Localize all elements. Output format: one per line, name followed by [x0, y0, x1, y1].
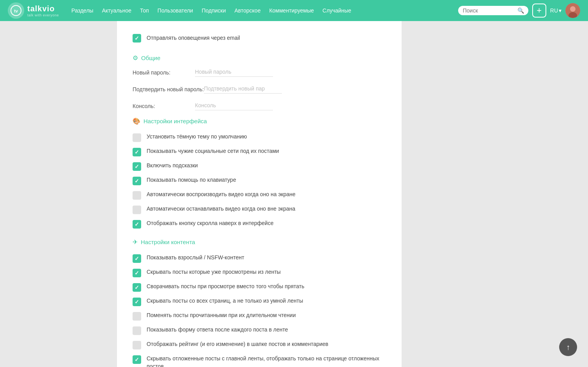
interface-checkbox-4[interactable]: [133, 191, 141, 200]
console-row: Консоль:: [133, 101, 386, 110]
interface-label-6: Отображать кнопку скролла наверх в интер…: [147, 220, 273, 227]
nav-aktualnoe[interactable]: Актуальное: [99, 6, 135, 15]
interface-checkbox-5[interactable]: [133, 206, 141, 214]
interface-label-0: Установить тёмную тему по умолчанию: [147, 133, 247, 141]
interface-setting-4: Автоматически воспроизводить видео когда…: [133, 188, 386, 202]
content-setting-1: Скрывать посты которые уже просмотрены и…: [133, 266, 386, 280]
email-notification-row: Отправлять оповещения через email: [133, 29, 386, 47]
header-right: 🔍 + RU ▾: [458, 3, 580, 18]
confirm-password-input[interactable]: [204, 84, 282, 94]
confirm-password-row: Подтвердить новый пароль:: [133, 84, 386, 94]
content-label-3: Скрывать посты со всех страниц, а не тол…: [147, 297, 303, 305]
lang-selector[interactable]: RU ▾: [550, 7, 561, 14]
email-notification-checkbox[interactable]: [133, 34, 141, 43]
interface-label-1: Показывать чужие социальные сети под их …: [147, 147, 279, 155]
interface-section-label: Настройки интерфейса: [143, 118, 207, 124]
content-checkbox-4[interactable]: [133, 312, 141, 321]
nav-top[interactable]: Топ: [137, 6, 152, 15]
content-checkbox-3[interactable]: [133, 298, 141, 306]
search-box: 🔍: [458, 6, 528, 15]
nav-avtorskoe[interactable]: Авторское: [231, 6, 264, 15]
content-label-1: Скрывать посты которые уже просмотрены и…: [147, 268, 281, 276]
right-spacer: [402, 21, 588, 367]
nav-podpiski[interactable]: Подписки: [198, 6, 229, 15]
interface-setting-0: Установить тёмную тему по умолчанию: [133, 130, 386, 145]
interface-setting-1: Показывать чужие социальные сети под их …: [133, 145, 386, 159]
page-wrapper: Отправлять оповещения через email ⚙ Общи…: [0, 0, 588, 367]
interface-setting-2: Включить подсказки: [133, 159, 386, 174]
interface-setting-3: Показывать помощь по клавиатуре: [133, 174, 386, 188]
new-password-input[interactable]: [195, 67, 273, 77]
interface-settings-list: Установить тёмную тему по умолчанию Пока…: [133, 130, 386, 231]
email-notification-label: Отправлять оповещения через email: [147, 34, 240, 42]
content-label-7: Скрывать отложенные посты с главной лент…: [147, 355, 386, 367]
content-label-0: Показывать взрослый / NSFW-контент: [147, 254, 244, 262]
logo-circle: tv: [8, 2, 24, 19]
content-section-label: Настройки контента: [141, 239, 195, 245]
content-setting-5: Показывать форму ответа после каждого по…: [133, 323, 386, 338]
palette-icon: 🎨: [133, 117, 140, 125]
header: tv talkvio talk with everyone Разделы Ак…: [0, 0, 588, 21]
content-checkbox-6[interactable]: [133, 341, 141, 349]
interface-checkbox-1[interactable]: [133, 148, 141, 156]
content-section-header: ✈ Настройки контента: [133, 238, 386, 246]
nav-polzovateli[interactable]: Пользователи: [154, 6, 196, 15]
logo-text: talkvio: [27, 4, 55, 13]
content-setting-2: Сворачивать посты при просмотре вместо т…: [133, 280, 386, 294]
content-checkbox-5[interactable]: [133, 326, 141, 335]
gear-icon: ⚙: [133, 54, 138, 62]
content-label-5: Показывать форму ответа после каждого по…: [147, 326, 288, 334]
svg-point-3: [570, 6, 576, 12]
content-checkbox-0[interactable]: [133, 254, 141, 263]
interface-label-3: Показывать помощь по клавиатуре: [147, 176, 236, 184]
interface-checkbox-6[interactable]: [133, 220, 141, 229]
interface-checkbox-2[interactable]: [133, 162, 141, 171]
nav-kommentiruemye[interactable]: Комментируемые: [266, 6, 317, 15]
interface-label-4: Автоматически воспроизводить видео когда…: [147, 191, 296, 199]
content-label-6: Отображать рейтинг (и его изменение) в ш…: [147, 340, 328, 348]
content-setting-6: Отображать рейтинг (и его изменение) в ш…: [133, 338, 386, 352]
content-setting-0: Показывать взрослый / NSFW-контент: [133, 251, 386, 266]
console-label: Консоль:: [133, 101, 195, 109]
content-settings-list: Показывать взрослый / NSFW-контент Скрыв…: [133, 251, 386, 367]
interface-label-2: Включить подсказки: [147, 162, 198, 170]
search-input[interactable]: [463, 7, 517, 14]
nav-sluchainye[interactable]: Случайные: [319, 6, 354, 15]
content-setting-3: Скрывать посты со всех страниц, а не тол…: [133, 294, 386, 309]
content-area: Отправлять оповещения через email ⚙ Общи…: [117, 21, 402, 367]
avatar[interactable]: [565, 3, 580, 18]
interface-setting-5: Автоматически останавливать видео когда …: [133, 202, 386, 217]
svg-text:tv: tv: [14, 9, 18, 13]
confirm-password-label: Подтвердить новый пароль:: [133, 84, 204, 92]
content-checkbox-2[interactable]: [133, 283, 141, 292]
general-section-header: ⚙ Общие: [133, 54, 386, 62]
interface-checkbox-0[interactable]: [133, 133, 141, 142]
add-button[interactable]: +: [532, 4, 546, 18]
console-input[interactable]: [195, 101, 273, 110]
content-label-4: Поменять посты прочитанными при их длите…: [147, 312, 296, 319]
logo-sub: talk with everyone: [27, 13, 59, 17]
interface-label-5: Автоматически останавливать видео когда …: [147, 205, 295, 213]
content-checkbox-1[interactable]: [133, 269, 141, 277]
content-setting-4: Поменять посты прочитанными при их длите…: [133, 309, 386, 323]
interface-checkbox-3[interactable]: [133, 177, 141, 185]
new-password-row: Новый пароль:: [133, 67, 386, 77]
content-checkbox-7[interactable]: [133, 355, 141, 364]
content-setting-7: Скрывать отложенные посты с главной лент…: [133, 352, 386, 367]
main-nav: Разделы Актуальное Топ Пользователи Подп…: [68, 6, 458, 15]
nav-razdeły[interactable]: Разделы: [68, 6, 96, 15]
interface-setting-6: Отображать кнопку скролла наверх в интер…: [133, 217, 386, 231]
new-password-label: Новый пароль:: [133, 67, 195, 76]
general-section-label: Общие: [141, 55, 160, 61]
scroll-to-top-button[interactable]: ↑: [559, 338, 577, 356]
content-label-2: Сворачивать посты при просмотре вместо т…: [147, 283, 305, 291]
interface-section-header: 🎨 Настройки интерфейса: [133, 117, 386, 125]
logo-area: tv talkvio talk with everyone: [8, 2, 59, 19]
search-icon: 🔍: [517, 7, 524, 14]
send-icon: ✈: [133, 238, 138, 246]
left-spacer: [0, 21, 117, 367]
